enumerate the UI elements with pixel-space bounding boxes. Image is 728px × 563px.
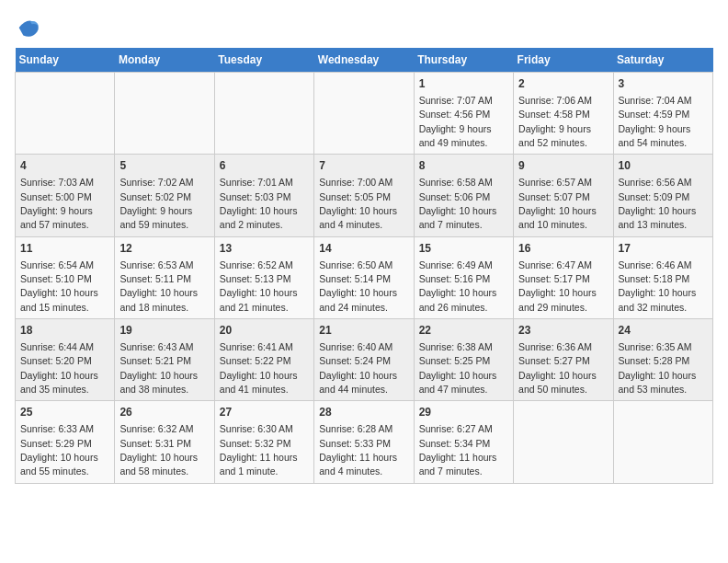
calendar-day-cell [16,73,115,155]
day-number: 13 [220,241,309,257]
day-number: 27 [220,405,309,420]
day-info: Sunrise: 7:06 AM Sunset: 4:58 PM Dayligh… [518,95,592,148]
calendar-day-cell: 29Sunrise: 6:27 AM Sunset: 5:34 PM Dayli… [414,401,513,483]
weekday-header: Wednesday [314,48,414,73]
day-info: Sunrise: 7:04 AM Sunset: 4:59 PM Dayligh… [619,95,692,148]
day-number: 12 [119,241,209,257]
calendar-day-cell: 16Sunrise: 6:47 AM Sunset: 5:17 PM Dayli… [514,236,613,318]
day-info: Sunrise: 7:03 AM Sunset: 5:00 PM Dayligh… [20,177,94,230]
day-info: Sunrise: 6:41 AM Sunset: 5:22 PM Dayligh… [220,341,298,395]
calendar-day-cell: 7Sunrise: 7:00 AM Sunset: 5:05 PM Daylig… [314,155,414,236]
day-number: 29 [419,405,508,420]
day-info: Sunrise: 6:28 AM Sunset: 5:33 PM Dayligh… [319,423,397,477]
day-info: Sunrise: 6:56 AM Sunset: 5:09 PM Dayligh… [619,177,697,230]
calendar-week-row: 4Sunrise: 7:03 AM Sunset: 5:00 PM Daylig… [16,155,713,236]
day-number: 22 [419,323,508,339]
day-number: 5 [119,158,209,174]
day-number: 11 [20,241,109,257]
calendar-day-cell: 18Sunrise: 6:44 AM Sunset: 5:20 PM Dayli… [16,319,115,401]
calendar-body: 1Sunrise: 7:07 AM Sunset: 4:56 PM Daylig… [16,73,713,484]
day-number: 26 [119,405,209,420]
calendar-day-cell: 22Sunrise: 6:38 AM Sunset: 5:25 PM Dayli… [414,319,513,401]
day-number: 2 [518,76,608,92]
day-number: 3 [619,76,708,92]
calendar-day-cell: 8Sunrise: 6:58 AM Sunset: 5:06 PM Daylig… [414,155,513,236]
day-number: 17 [619,241,708,257]
day-number: 14 [319,241,408,257]
calendar-day-cell: 21Sunrise: 6:40 AM Sunset: 5:24 PM Dayli… [314,319,414,401]
day-info: Sunrise: 6:35 AM Sunset: 5:28 PM Dayligh… [619,341,697,395]
calendar-day-cell: 15Sunrise: 6:49 AM Sunset: 5:16 PM Dayli… [414,236,513,318]
day-number: 7 [319,158,408,174]
calendar-header-row: SundayMondayTuesdayWednesdayThursdayFrid… [16,48,713,73]
day-info: Sunrise: 7:02 AM Sunset: 5:02 PM Dayligh… [119,177,193,230]
day-info: Sunrise: 6:27 AM Sunset: 5:34 PM Dayligh… [419,423,497,477]
day-number: 21 [319,323,408,339]
day-number: 19 [119,323,209,339]
day-number: 10 [619,158,708,174]
day-info: Sunrise: 6:49 AM Sunset: 5:16 PM Dayligh… [419,259,497,313]
day-number: 18 [20,323,109,339]
day-info: Sunrise: 7:00 AM Sunset: 5:05 PM Dayligh… [319,177,397,230]
day-number: 16 [518,241,608,257]
calendar-week-row: 1Sunrise: 7:07 AM Sunset: 4:56 PM Daylig… [16,73,713,155]
calendar-day-cell: 17Sunrise: 6:46 AM Sunset: 5:18 PM Dayli… [613,236,712,318]
calendar-day-cell: 3Sunrise: 7:04 AM Sunset: 4:59 PM Daylig… [613,73,712,155]
day-number: 23 [518,323,608,339]
calendar-day-cell: 23Sunrise: 6:36 AM Sunset: 5:27 PM Dayli… [514,319,613,401]
calendar-table: SundayMondayTuesdayWednesdayThursdayFrid… [15,48,713,484]
calendar-day-cell [314,73,414,155]
calendar-day-cell: 10Sunrise: 6:56 AM Sunset: 5:09 PM Dayli… [613,155,712,236]
day-info: Sunrise: 6:54 AM Sunset: 5:10 PM Dayligh… [20,259,98,313]
day-info: Sunrise: 6:47 AM Sunset: 5:17 PM Dayligh… [518,259,597,313]
calendar-week-row: 11Sunrise: 6:54 AM Sunset: 5:10 PM Dayli… [16,236,713,318]
calendar-day-cell [514,401,613,483]
day-info: Sunrise: 7:07 AM Sunset: 4:56 PM Dayligh… [419,95,493,148]
day-number: 6 [220,158,309,174]
calendar-day-cell [115,73,214,155]
day-info: Sunrise: 6:32 AM Sunset: 5:31 PM Dayligh… [119,423,198,477]
calendar-day-cell: 6Sunrise: 7:01 AM Sunset: 5:03 PM Daylig… [214,155,313,236]
calendar-day-cell [613,401,712,483]
day-info: Sunrise: 6:36 AM Sunset: 5:27 PM Dayligh… [518,341,597,395]
day-number: 15 [419,241,508,257]
logo [15,15,44,40]
calendar-day-cell: 2Sunrise: 7:06 AM Sunset: 4:58 PM Daylig… [514,73,613,155]
calendar-day-cell: 4Sunrise: 7:03 AM Sunset: 5:00 PM Daylig… [16,155,115,236]
calendar-week-row: 18Sunrise: 6:44 AM Sunset: 5:20 PM Dayli… [16,319,713,401]
day-info: Sunrise: 6:40 AM Sunset: 5:24 PM Dayligh… [319,341,397,395]
day-info: Sunrise: 6:52 AM Sunset: 5:13 PM Dayligh… [220,259,298,313]
calendar-day-cell: 27Sunrise: 6:30 AM Sunset: 5:32 PM Dayli… [214,401,313,483]
weekday-header: Monday [115,48,214,73]
weekday-header: Friday [514,48,613,73]
day-info: Sunrise: 6:44 AM Sunset: 5:20 PM Dayligh… [20,341,98,395]
day-info: Sunrise: 6:57 AM Sunset: 5:07 PM Dayligh… [518,177,597,230]
weekday-header: Thursday [414,48,513,73]
day-info: Sunrise: 6:53 AM Sunset: 5:11 PM Dayligh… [119,259,198,313]
day-number: 25 [20,405,109,420]
day-info: Sunrise: 6:38 AM Sunset: 5:25 PM Dayligh… [419,341,497,395]
day-info: Sunrise: 6:43 AM Sunset: 5:21 PM Dayligh… [119,341,198,395]
day-number: 28 [319,405,408,420]
calendar-day-cell: 1Sunrise: 7:07 AM Sunset: 4:56 PM Daylig… [414,73,513,155]
day-info: Sunrise: 6:30 AM Sunset: 5:32 PM Dayligh… [220,423,298,477]
calendar-day-cell: 24Sunrise: 6:35 AM Sunset: 5:28 PM Dayli… [613,319,712,401]
page-header [15,15,713,40]
calendar-day-cell: 13Sunrise: 6:52 AM Sunset: 5:13 PM Dayli… [214,236,313,318]
day-number: 20 [220,323,309,339]
day-info: Sunrise: 6:46 AM Sunset: 5:18 PM Dayligh… [619,259,697,313]
calendar-week-row: 25Sunrise: 6:33 AM Sunset: 5:29 PM Dayli… [16,401,713,483]
day-info: Sunrise: 6:50 AM Sunset: 5:14 PM Dayligh… [319,259,397,313]
day-number: 9 [518,158,608,174]
calendar-day-cell: 11Sunrise: 6:54 AM Sunset: 5:10 PM Dayli… [16,236,115,318]
calendar-day-cell: 5Sunrise: 7:02 AM Sunset: 5:02 PM Daylig… [115,155,214,236]
day-number: 4 [20,158,109,174]
calendar-day-cell: 12Sunrise: 6:53 AM Sunset: 5:11 PM Dayli… [115,236,214,318]
weekday-header: Tuesday [214,48,313,73]
logo-icon [15,15,40,40]
calendar-day-cell: 20Sunrise: 6:41 AM Sunset: 5:22 PM Dayli… [214,319,313,401]
weekday-header: Saturday [613,48,712,73]
weekday-header: Sunday [16,48,115,73]
day-number: 8 [419,158,508,174]
calendar-day-cell: 28Sunrise: 6:28 AM Sunset: 5:33 PM Dayli… [314,401,414,483]
